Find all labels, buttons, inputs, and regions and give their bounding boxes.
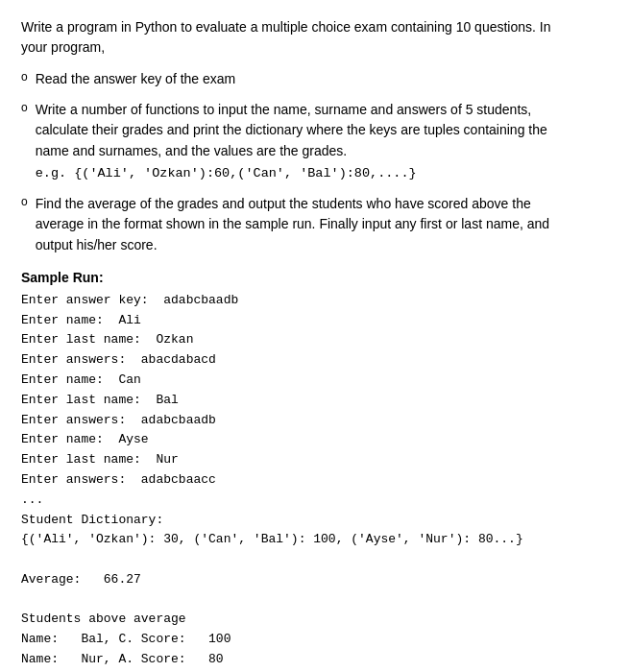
bullet2-line2: calculate their grades and print the dic… [36, 122, 547, 137]
bullet-circle-2: o [21, 101, 28, 114]
bullet2-line3: name and surnames, and the values are th… [36, 143, 348, 158]
bullet-item-2: o Write a number of functions to input t… [21, 100, 610, 184]
intro-paragraph: Write a program in Python to evaluate a … [21, 17, 610, 58]
main-content: Write a program in Python to evaluate a … [21, 17, 610, 672]
bullet1-text: Read the answer key of the exam [36, 71, 236, 86]
bullet3-line1: Find the average of the grades and outpu… [36, 196, 531, 211]
sample-run-block: Enter answer key: adabcbaadb Enter name:… [21, 291, 610, 672]
bullet2-line1: Write a number of functions to input the… [36, 102, 531, 117]
bullet-circle-3: o [21, 195, 28, 208]
bullet-item-3: o Find the average of the grades and out… [21, 194, 610, 256]
bullet-content-1: Read the answer key of the exam [36, 69, 610, 90]
intro-line2: your program, [21, 39, 105, 55]
intro-line1: Write a program in Python to evaluate a … [21, 19, 551, 35]
bullet-item-1: o Read the answer key of the exam [21, 69, 610, 90]
sample-run-label: Sample Run: [21, 270, 610, 285]
bullet3-line3: output his/her score. [36, 237, 158, 252]
bullet-content-3: Find the average of the grades and outpu… [36, 194, 610, 256]
bullet3-line2: average in the format shown in the sampl… [36, 216, 549, 231]
bullet-content-2: Write a number of functions to input the… [36, 100, 610, 184]
bullet-circle-1: o [21, 70, 28, 84]
bullet2-code: e.g. {('Ali', 'Ozkan'):60,('Can', 'Bal')… [36, 166, 417, 180]
